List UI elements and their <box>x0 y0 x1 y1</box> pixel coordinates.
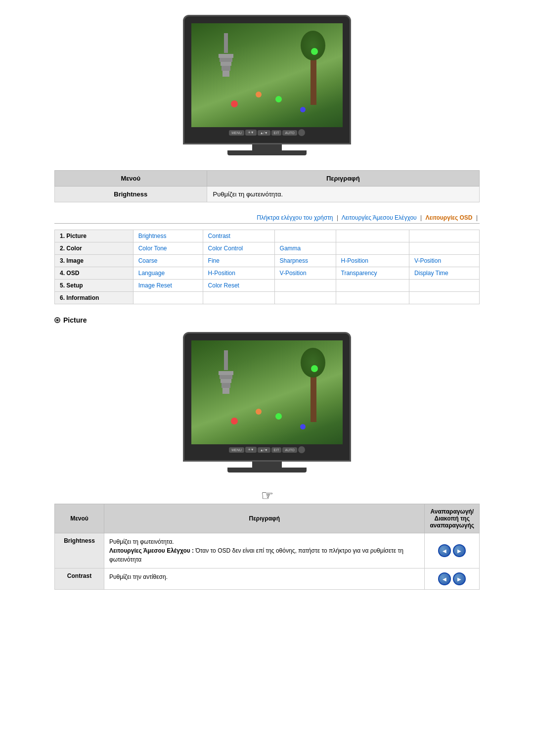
menu-btn-1[interactable]: MENU <box>229 130 244 136</box>
monitor-display-1: MENU ☀▼ ▲/▼ EIT AUTO <box>54 15 480 155</box>
osd-cell-2-2[interactable]: Color Control <box>203 242 274 255</box>
picture-section-heading: Picture <box>54 316 480 324</box>
edit-btn-2[interactable]: EIT <box>271 447 282 453</box>
osd-cell-4-5[interactable]: Display Time <box>409 267 480 280</box>
osd-menu-table: 1. PictureBrightnessContrast2. ColorColo… <box>54 230 480 304</box>
brightness-desc: Ρυθμίζει τη φωτεινότητα. <box>207 187 479 202</box>
osd-row-id-2: 2. Color <box>55 242 134 255</box>
monitor-frame-2: MENU ☀▼ ▲/▼ EIT AUTO <box>183 332 351 462</box>
brightness-label: Brightness <box>55 187 207 202</box>
monitor-neck-1 <box>252 144 282 150</box>
brightness-btn-2[interactable]: ☀▼ <box>245 447 257 453</box>
osd-cell-3-2[interactable]: Fine <box>203 255 274 267</box>
hand-cursor-icon: ☞ <box>54 487 480 504</box>
osd-cell-1-5 <box>409 230 480 242</box>
osd-cell-2-1[interactable]: Color Tone <box>133 242 203 255</box>
osd-cell-6-2 <box>203 292 274 304</box>
detail-label-1: Brightness <box>55 533 104 568</box>
detail-play-2: ◀▶ <box>425 568 480 590</box>
detail-desc-1: Ρυθμίζει τη φωτεινότητα.Λειτουργίες Άμεσ… <box>104 533 425 568</box>
osd-cell-2-4 <box>336 242 409 255</box>
osd-cell-5-1[interactable]: Image Reset <box>133 280 203 292</box>
detail-col2-header: Περιγραφή <box>104 504 425 533</box>
osd-row-id-3: 3. Image <box>55 255 134 267</box>
power-btn-1[interactable] <box>298 129 305 136</box>
monitor-buttons-1: MENU ☀▼ ▲/▼ EIT AUTO <box>191 129 343 140</box>
play-btn-prev-1[interactable]: ◀ <box>438 544 451 557</box>
breadcrumb-item-3: Λειτουργίες OSD <box>425 214 472 221</box>
brightness-btn-1[interactable]: ☀▼ <box>245 130 257 136</box>
osd-cell-3-5[interactable]: V-Position <box>409 255 480 267</box>
osd-row-4: 4. OSDLanguageH-PositionV-PositionTransp… <box>55 267 480 280</box>
auto-btn-2[interactable]: AUTO <box>282 447 297 453</box>
monitor-display-2: MENU ☀▼ ▲/▼ EIT AUTO <box>54 332 480 472</box>
monitor-buttons-2: MENU ☀▼ ▲/▼ EIT AUTO <box>191 446 343 457</box>
osd-cell-3-1[interactable]: Coarse <box>133 255 203 267</box>
picture-heading-text: Picture <box>63 316 87 324</box>
osd-row-6: 6. Information <box>55 292 480 304</box>
detail-label-2: Contrast <box>55 568 104 590</box>
detail-play-1: ◀▶ <box>425 533 480 568</box>
nav-btn-1[interactable]: ▲/▼ <box>258 130 270 136</box>
detail-row-1: BrightnessΡυθμίζει τη φωτεινότητα.Λειτου… <box>55 533 480 568</box>
detail-col1-header: Μενού <box>55 504 104 533</box>
osd-cell-4-1[interactable]: Language <box>133 267 203 280</box>
monitor-screen-2 <box>191 340 343 444</box>
table-row: Brightness Ρυθμίζει τη φωτεινότητα. <box>55 187 480 202</box>
osd-row-5: 5. SetupImage ResetColor Reset <box>55 280 480 292</box>
breadcrumb: Πλήκτρα ελέγχου του χρήστη | Λειτουργίες… <box>54 212 480 224</box>
osd-row-id-5: 5. Setup <box>55 280 134 292</box>
osd-row-1: 1. PictureBrightnessContrast <box>55 230 480 242</box>
detail-col3-header: Αναπαραγωγή/Διακοπή της αναπαραγωγής <box>425 504 480 533</box>
detail-desc-2: Ρυθμίζει την αντίθεση. <box>104 568 425 590</box>
osd-cell-1-1[interactable]: Brightness <box>133 230 203 242</box>
osd-cell-4-3[interactable]: V-Position <box>274 267 336 280</box>
osd-row-3: 3. ImageCoarseFineSharpnessH-PositionV-P… <box>55 255 480 267</box>
monitor-frame-1: MENU ☀▼ ▲/▼ EIT AUTO <box>183 15 351 144</box>
monitor-base-1 <box>227 150 307 155</box>
edit-btn-1[interactable]: EIT <box>271 130 282 136</box>
monitor-base-2 <box>227 468 307 472</box>
osd-cell-6-5 <box>409 292 480 304</box>
detail-table: Μενού Περιγραφή Αναπαραγωγή/Διακοπή της … <box>54 504 480 590</box>
detail-row-2: ContrastΡυθμίζει την αντίθεση.◀▶ <box>55 568 480 590</box>
play-btn-next-2[interactable]: ▶ <box>453 572 466 585</box>
osd-cell-1-2[interactable]: Contrast <box>203 230 274 242</box>
radio-dot-icon <box>54 317 60 323</box>
osd-cell-6-3 <box>274 292 336 304</box>
osd-cell-1-4 <box>336 230 409 242</box>
osd-cell-3-3[interactable]: Sharpness <box>274 255 336 267</box>
simple-table-col2-header: Περιγραφή <box>207 171 479 187</box>
osd-cell-4-4[interactable]: Transparency <box>336 267 409 280</box>
osd-cell-5-2[interactable]: Color Reset <box>203 280 274 292</box>
play-btn-prev-2[interactable]: ◀ <box>438 572 451 585</box>
power-btn-2[interactable] <box>298 446 305 453</box>
auto-btn-1[interactable]: AUTO <box>282 130 297 136</box>
monitor-neck-2 <box>252 462 282 468</box>
osd-cell-2-5 <box>409 242 480 255</box>
menu-btn-2[interactable]: MENU <box>229 447 244 453</box>
breadcrumb-item-2[interactable]: Λειτουργίες Άμεσου Ελέγχου <box>342 214 417 221</box>
simple-table-col1-header: Μενού <box>55 171 207 187</box>
osd-cell-5-4 <box>336 280 409 292</box>
brightness-simple-table: Μενού Περιγραφή Brightness Ρυθμίζει τη φ… <box>54 170 480 202</box>
osd-cell-5-5 <box>409 280 480 292</box>
osd-row-2: 2. ColorColor ToneColor ControlGamma <box>55 242 480 255</box>
nav-btn-2[interactable]: ▲/▼ <box>258 447 270 453</box>
osd-cell-6-4 <box>336 292 409 304</box>
osd-cell-3-4[interactable]: H-Position <box>336 255 409 267</box>
osd-row-id-4: 4. OSD <box>55 267 134 280</box>
osd-row-id-6: 6. Information <box>55 292 134 304</box>
osd-cell-2-3[interactable]: Gamma <box>274 242 336 255</box>
osd-cell-5-3 <box>274 280 336 292</box>
osd-cell-4-2[interactable]: H-Position <box>203 267 274 280</box>
osd-cell-1-3 <box>274 230 336 242</box>
play-btn-next-1[interactable]: ▶ <box>453 544 466 557</box>
breadcrumb-item-1[interactable]: Πλήκτρα ελέγχου του χρήστη <box>257 214 333 221</box>
monitor-screen-1 <box>191 23 343 127</box>
osd-cell-6-1 <box>133 292 203 304</box>
osd-row-id-1: 1. Picture <box>55 230 134 242</box>
